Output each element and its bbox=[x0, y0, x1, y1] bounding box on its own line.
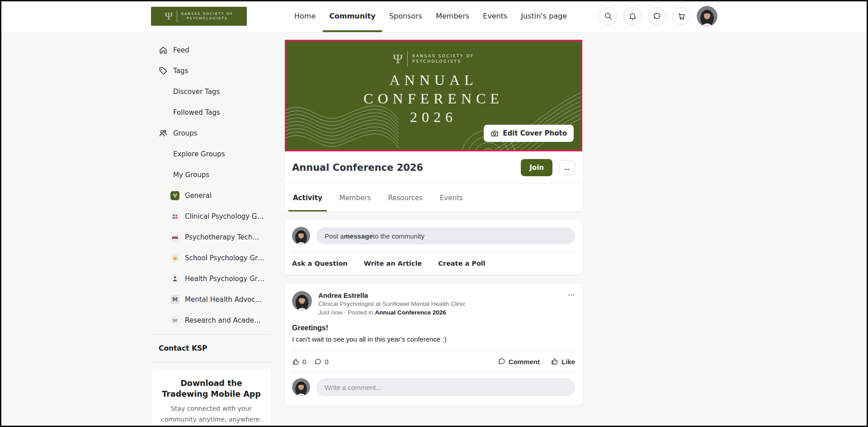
school-psychology-group-icon bbox=[170, 253, 179, 263]
sidebar-item-tags[interactable]: Tags bbox=[151, 61, 271, 81]
post-group-link[interactable]: Annual Conference 2026 bbox=[375, 309, 446, 316]
sidebar-item-discover-tags[interactable]: Discover Tags bbox=[151, 81, 271, 102]
sidebar-group-psychotherapy[interactable]: Psychotherapy Tech… bbox=[151, 227, 271, 248]
psi-logo-icon: Ψ bbox=[165, 10, 173, 22]
comment-bubble-icon bbox=[498, 357, 506, 366]
post-action-buttons: Comment Like bbox=[498, 357, 575, 366]
page-body: Feed Tags Discover Tags Followed Tags Gr… bbox=[151, 33, 717, 427]
group-cover-photo[interactable]: Ψ KANSAS SOCIETY OF PSYCHOLOGISTS ANNUAL… bbox=[285, 40, 582, 151]
post-footer: 0 0 Comment Like bbox=[292, 350, 575, 373]
groups-icon bbox=[159, 129, 168, 138]
group-more-button[interactable]: ... bbox=[559, 160, 575, 175]
chat-icon bbox=[653, 12, 661, 20]
post-reaction-counts: 0 0 bbox=[292, 358, 329, 366]
app-card-title: Download the Tradewing Mobile App bbox=[160, 378, 263, 399]
comment-composer: Write a comment... bbox=[292, 373, 575, 398]
tab-events[interactable]: Events bbox=[439, 184, 464, 211]
sidebar-group-general[interactable]: Ψ General bbox=[151, 185, 271, 206]
comment-count[interactable]: 0 bbox=[314, 358, 328, 366]
nav-events[interactable]: Events bbox=[483, 0, 507, 32]
main-nav: Home Community Sponsors Members Events J… bbox=[294, 0, 567, 32]
sidebar-item-groups[interactable]: Groups bbox=[151, 123, 271, 144]
comment-bubble-icon bbox=[314, 358, 322, 366]
sidebar-item-contact-ksp[interactable]: Contact KSP bbox=[151, 338, 271, 358]
sidebar-divider bbox=[151, 334, 271, 335]
bell-icon bbox=[628, 12, 637, 20]
nav-justins-page[interactable]: Justin's page bbox=[521, 0, 567, 32]
notifications-button[interactable] bbox=[623, 7, 642, 25]
join-button[interactable]: Join bbox=[521, 159, 552, 176]
user-avatar[interactable] bbox=[697, 6, 717, 27]
edit-cover-photo-button[interactable]: Edit Cover Photo bbox=[484, 125, 574, 142]
write-an-article-button[interactable]: Write an Article bbox=[364, 260, 422, 267]
avatar-image bbox=[292, 378, 310, 396]
like-count[interactable]: 0 bbox=[292, 358, 306, 366]
sidebar-group-health-psychology[interactable]: Health Psychology Gr… bbox=[151, 268, 271, 289]
search-icon bbox=[604, 12, 613, 20]
org-logo[interactable]: Ψ KANSAS SOCIETY OF PSYCHOLOGISTS bbox=[151, 7, 247, 26]
user-avatar bbox=[292, 227, 310, 245]
post-card: Andrea Estrella Clinical Psychologist at… bbox=[285, 284, 582, 405]
org-logo-text: KANSAS SOCIETY OF PSYCHOLOGISTS bbox=[181, 12, 233, 21]
post-author-name[interactable]: Andrea Estrella bbox=[318, 291, 466, 300]
post-meta: Just now · Posted in Annual Conference 2… bbox=[318, 308, 466, 317]
sidebar-group-clinical-psychology[interactable]: Clinical Psychology G… bbox=[151, 206, 271, 227]
create-a-poll-button[interactable]: Create a Poll bbox=[438, 260, 486, 267]
research-group-icon bbox=[170, 316, 179, 325]
post-author-block: Andrea Estrella Clinical Psychologist at… bbox=[318, 291, 466, 317]
nav-community[interactable]: Community bbox=[329, 0, 375, 32]
sidebar: Feed Tags Discover Tags Followed Tags Gr… bbox=[151, 40, 271, 427]
group-tabs: Activity Members Resources Events bbox=[285, 183, 582, 211]
nav-home[interactable]: Home bbox=[294, 0, 316, 32]
cart-button[interactable] bbox=[672, 7, 690, 25]
sidebar-item-my-groups[interactable]: My Groups bbox=[151, 164, 271, 185]
nav-members[interactable]: Members bbox=[436, 0, 469, 32]
logo-divider bbox=[177, 10, 177, 22]
app-card-subtitle: Stay connected with your community anyti… bbox=[160, 403, 263, 425]
messages-button[interactable] bbox=[648, 7, 666, 25]
post-author-avatar[interactable] bbox=[292, 291, 312, 311]
thumbs-up-icon bbox=[292, 358, 300, 366]
composer-row: Post a message to the community bbox=[292, 227, 575, 251]
active-nav-underline bbox=[323, 30, 382, 32]
avatar-image bbox=[292, 291, 312, 311]
mental-health-group-icon: M bbox=[170, 295, 179, 304]
thumbs-up-icon bbox=[551, 357, 559, 366]
group-title: Annual Conference 2026 bbox=[292, 162, 423, 173]
tab-resources[interactable]: Resources bbox=[387, 184, 424, 211]
post-header: Andrea Estrella Clinical Psychologist at… bbox=[292, 291, 575, 317]
cover-title: ANNUAL CONFERENCE 2026 bbox=[286, 71, 581, 127]
like-button[interactable]: Like bbox=[551, 357, 575, 366]
sidebar-item-followed-tags[interactable]: Followed Tags bbox=[151, 102, 271, 123]
active-tab-underline bbox=[288, 210, 327, 211]
home-icon bbox=[159, 46, 168, 55]
avatar-image bbox=[697, 6, 717, 27]
group-actions: Join ... bbox=[521, 159, 575, 176]
comment-button[interactable]: Comment bbox=[498, 357, 540, 366]
sidebar-item-explore-groups[interactable]: Explore Groups bbox=[151, 144, 271, 164]
search-button[interactable] bbox=[599, 7, 617, 25]
feed-column: Ψ KANSAS SOCIETY OF PSYCHOLOGISTS ANNUAL… bbox=[285, 40, 582, 427]
camera-icon bbox=[491, 129, 499, 137]
tag-icon bbox=[159, 66, 168, 75]
tab-members[interactable]: Members bbox=[339, 184, 372, 211]
cart-icon bbox=[677, 12, 686, 20]
tab-activity[interactable]: Activity bbox=[292, 184, 323, 211]
cover-brand-logo: Ψ KANSAS SOCIETY OF PSYCHOLOGISTS bbox=[286, 51, 581, 66]
sidebar-item-feed[interactable]: Feed bbox=[151, 40, 271, 61]
sidebar-group-school-psychology[interactable]: School Psychology Gr… bbox=[151, 248, 271, 268]
header-actions bbox=[599, 6, 717, 27]
write-comment-input[interactable]: Write a comment... bbox=[316, 378, 575, 396]
sidebar-group-mental-health[interactable]: M Mental Health Advoc… bbox=[151, 289, 271, 310]
post-message-input[interactable]: Post a message to the community bbox=[316, 227, 575, 244]
logo-divider bbox=[407, 51, 408, 66]
ask-a-question-button[interactable]: Ask a Question bbox=[292, 260, 348, 267]
user-avatar bbox=[292, 378, 310, 396]
sidebar-group-research[interactable]: Research and Acade… bbox=[151, 310, 271, 331]
nav-sponsors[interactable]: Sponsors bbox=[389, 0, 422, 32]
post-more-button[interactable]: ... bbox=[568, 289, 575, 297]
psychotherapy-group-icon bbox=[170, 233, 179, 242]
group-header-card: Ψ KANSAS SOCIETY OF PSYCHOLOGISTS ANNUAL… bbox=[285, 40, 582, 211]
post-body: I can't wait to see you all in this year… bbox=[292, 335, 575, 343]
top-nav: Ψ KANSAS SOCIETY OF PSYCHOLOGISTS Home C… bbox=[0, 0, 868, 33]
